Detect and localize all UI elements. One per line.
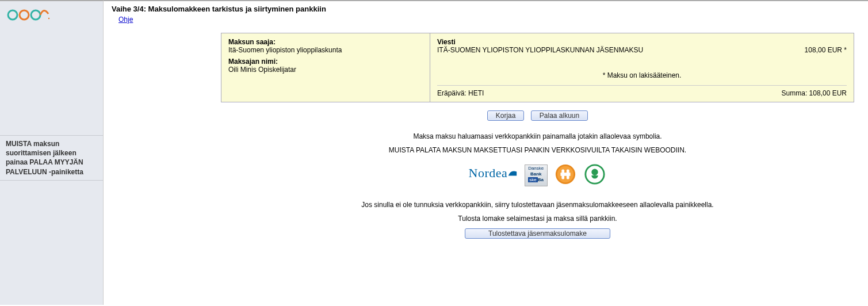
page-title: Vaihe 3/4: Maksulomakkeen tarkistus ja s… xyxy=(112,5,860,13)
payment-right-cell: Viesti ITÄ-SUOMEN YLIOPISTON YLIOPPILASK… xyxy=(430,33,854,102)
svg-point-3 xyxy=(48,18,49,19)
bank-nordea-button[interactable]: Nordea xyxy=(469,166,518,181)
svg-rect-8 xyxy=(560,173,570,176)
statutory-note: * Maksu on lakisääteinen. xyxy=(437,71,847,79)
message-value: ITÄ-SUOMEN YLIOPISTON YLIOPPILASKUNNAN J… xyxy=(437,46,643,54)
payment-summary-table: Maksun saaja: Itä-Suomen yliopiston ylio… xyxy=(221,33,854,102)
sidebar: MUISTA maksun suorittamisen jälkeen pain… xyxy=(0,0,104,305)
total-amount: Summa: 108,00 EUR xyxy=(782,89,847,97)
korjaa-button[interactable]: Korjaa xyxy=(487,110,525,121)
bank-sp-button[interactable] xyxy=(583,163,606,187)
remember-return-text: MUISTA PALATA MAKSUN MAKSETTUASI PANKIN … xyxy=(221,146,854,154)
pay-instruction-text: Maksa maksu haluamaasi verkkopankkiin pa… xyxy=(221,132,854,140)
payment-left-cell: Maksun saaja: Itä-Suomen yliopiston ylio… xyxy=(221,33,430,102)
svg-point-1 xyxy=(20,10,29,20)
svg-point-2 xyxy=(31,10,40,20)
danske-icon: DanskeBankskeBa xyxy=(525,165,548,186)
print-form-button[interactable]: Tulostettava jäsenmaksulomake xyxy=(465,228,610,239)
sp-icon xyxy=(583,163,606,185)
main-content: Vaihe 3/4: Maksulomakkeen tarkistus ja s… xyxy=(104,0,868,305)
bank-logo-row: Nordea DanskeBankskeBa xyxy=(221,163,854,187)
help-link[interactable]: Ohje xyxy=(118,16,133,24)
line-amount: 108,00 EUR * xyxy=(805,46,847,54)
print-instruction-text: Tulosta lomake selaimestasi ja maksa sil… xyxy=(221,215,854,223)
payer-label: Maksajan nimi: xyxy=(228,58,423,66)
payer-value: Oili Minis Opiskelijatar xyxy=(228,66,423,74)
palaa-alkuun-button[interactable]: Palaa alkuun xyxy=(531,110,588,121)
message-label: Viesti xyxy=(437,38,847,46)
due-date: Eräpäivä: HETI xyxy=(437,89,484,97)
bank-danske-button[interactable]: DanskeBankskeBa xyxy=(525,165,548,186)
no-bank-ids-text: Jos sinulla ei ole tunnuksia verkkopankk… xyxy=(221,201,854,209)
recipient-label: Maksun saaja: xyxy=(228,38,423,46)
svg-point-0 xyxy=(8,10,17,20)
app-logo xyxy=(0,1,103,23)
recipient-value: Itä-Suomen yliopiston ylioppilaskunta xyxy=(228,46,423,54)
op-icon xyxy=(554,163,577,185)
bank-op-button[interactable] xyxy=(554,163,577,187)
nordea-label: Nordea xyxy=(469,166,508,180)
sidebar-reminder-note: MUISTA maksun suorittamisen jälkeen pain… xyxy=(0,135,103,181)
